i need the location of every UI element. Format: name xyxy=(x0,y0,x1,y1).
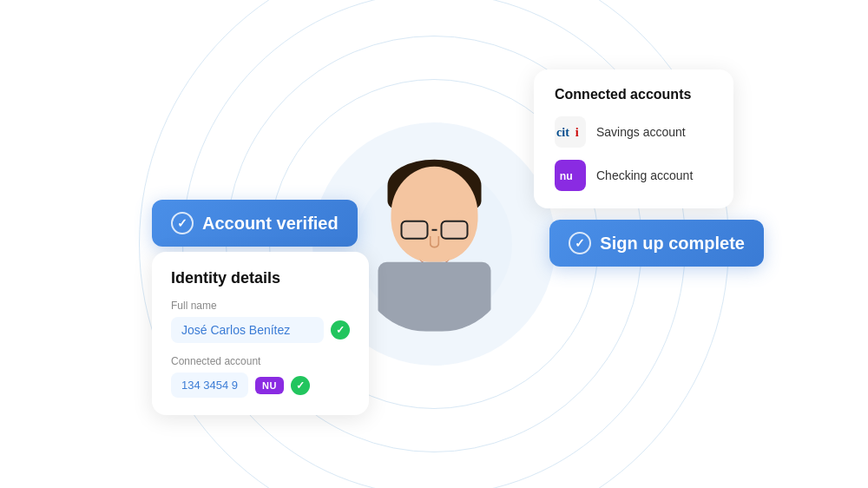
signup-complete-text: Sign up complete xyxy=(600,234,745,254)
savings-account-row: cit i Savings account xyxy=(555,116,713,148)
account-verified-badge: Account verified xyxy=(152,200,358,247)
full-name-check-icon xyxy=(331,320,350,340)
svg-text:i: i xyxy=(575,125,579,139)
nu-badge: NU xyxy=(255,377,284,394)
nu-logo: nu xyxy=(555,160,586,191)
account-check-icon xyxy=(291,376,310,395)
svg-text:nu: nu xyxy=(560,170,573,182)
full-name-row: José Carlos Benítez xyxy=(171,317,350,343)
connected-account-row: 134 3454 9 NU xyxy=(171,373,350,398)
glass-bridge xyxy=(431,229,437,231)
person-torso xyxy=(378,262,490,332)
person-head xyxy=(391,167,477,262)
citi-logo: cit i xyxy=(555,116,586,148)
full-name-label: Full name xyxy=(171,300,350,312)
person-avatar xyxy=(354,149,515,332)
identity-card: Identity details Full name José Carlos B… xyxy=(152,252,369,415)
connected-accounts-card: Connected accounts cit i Savings account… xyxy=(534,69,733,208)
checking-account-row: nu Checking account xyxy=(555,160,713,191)
signup-check-circle-icon xyxy=(569,232,591,254)
account-number: 134 3454 9 xyxy=(171,373,248,398)
check-circle-icon xyxy=(171,212,194,234)
checking-account-label: Checking account xyxy=(596,168,693,182)
connected-accounts-title: Connected accounts xyxy=(555,87,713,102)
signup-complete-badge: Sign up complete xyxy=(549,220,764,267)
glass-frame-right xyxy=(440,221,468,240)
full-name-value: José Carlos Benítez xyxy=(171,317,324,343)
savings-account-label: Savings account xyxy=(596,125,686,139)
connected-account-label: Connected account xyxy=(171,355,350,367)
identity-card-title: Identity details xyxy=(171,269,350,287)
svg-text:cit: cit xyxy=(556,125,569,139)
account-verified-text: Account verified xyxy=(202,214,339,234)
person-body xyxy=(354,149,515,332)
nose xyxy=(429,236,439,248)
glass-frame-left xyxy=(400,221,428,240)
